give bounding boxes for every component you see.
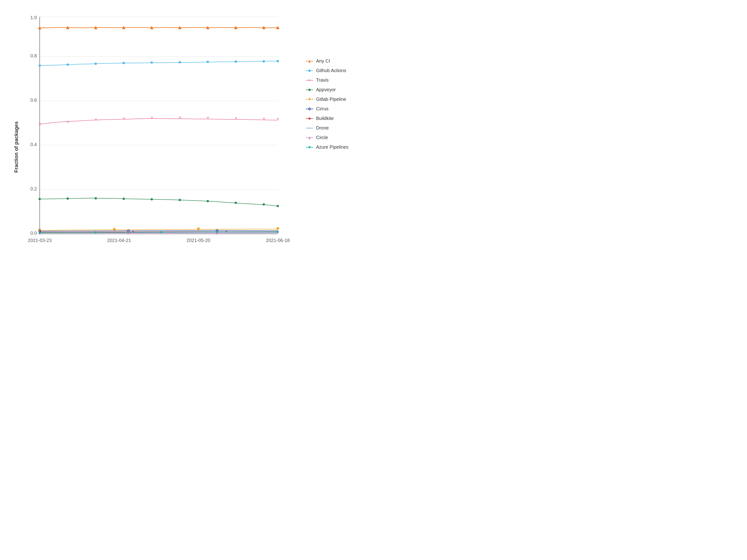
marker-travis-0: ✕	[38, 122, 41, 126]
svg-point-15	[308, 89, 311, 91]
marker-azure-1	[95, 232, 97, 233]
marker-app-4	[151, 198, 153, 201]
legend-marker-appveyor	[306, 88, 313, 92]
svg-rect-21	[309, 117, 310, 119]
marker-ga-1	[67, 63, 69, 66]
legend-item-any-ci: Any CI	[306, 58, 362, 64]
y-tick-02: 0.2	[30, 186, 37, 191]
legend-marker-travis: ✕	[306, 78, 313, 82]
marker-app-0	[38, 198, 41, 200]
x-tick-3: 2021-06-18	[266, 238, 290, 243]
marker-ga-0	[38, 64, 41, 67]
marker-travis-2: ✕	[94, 117, 97, 122]
legend-marker-azure	[306, 145, 313, 149]
marker-app-3	[123, 197, 125, 200]
legend-marker-circle	[306, 136, 313, 139]
svg-point-11	[308, 70, 311, 72]
legend-item-buildkite: Buildkite	[306, 116, 362, 121]
y-tick-06: 0.6	[30, 98, 37, 103]
marker-ga-9	[277, 60, 279, 62]
marker-app-7	[235, 202, 237, 204]
legend-item-appveyor: Appveyor	[306, 87, 362, 92]
marker-ga-3	[123, 62, 125, 64]
legend-marker-cirrus	[306, 107, 313, 111]
marker-app-6	[207, 200, 209, 202]
legend-marker-gitlab	[306, 98, 313, 101]
marker-ga-6	[207, 61, 209, 63]
marker-app-5	[179, 199, 181, 201]
marker-travis-6: ✕	[206, 116, 209, 120]
legend-marker-buildkite	[306, 117, 313, 121]
marker-ga-2	[95, 62, 97, 65]
line-cirrus	[40, 231, 278, 231]
legend-label-github-actions: Github Actions	[316, 68, 346, 73]
legend: Any CI Github Actions ✕	[301, 12, 362, 258]
marker-azure-3	[216, 231, 218, 233]
legend-marker-any-ci	[306, 59, 313, 63]
marker-app-9	[277, 205, 279, 207]
marker-travis-1: ✕	[66, 120, 69, 124]
line-travis	[40, 118, 278, 124]
marker-app-1	[67, 197, 69, 200]
legend-label-travis: Travis	[316, 77, 329, 83]
marker-ga-5	[179, 61, 181, 63]
legend-item-cirrus: Cirrus	[306, 106, 362, 111]
legend-item-gitlab: Gitlab Pipeline	[306, 97, 362, 102]
marker-app-2	[95, 197, 97, 199]
legend-label-azure: Azure Pipelines	[316, 144, 349, 150]
marker-ga-4	[151, 61, 153, 64]
marker-travis-4: ✕	[150, 116, 153, 120]
legend-label-gitlab: Gitlab Pipeline	[316, 97, 346, 102]
x-tick-0: 2021-03-23	[28, 238, 52, 243]
svg-text:✕: ✕	[308, 78, 311, 82]
line-github-actions	[40, 61, 278, 65]
chart-container: Fraction of packages 0.0 0.2	[12, 12, 362, 268]
chart-inner: 0.0 0.2 0.4 0.6 0.8 1.0 2021-03-23 2021-…	[21, 12, 362, 258]
chart-svg: 0.0 0.2 0.4 0.6 0.8 1.0 2021-03-23 2021-…	[21, 12, 301, 258]
legend-marker-drone: +	[306, 126, 313, 130]
legend-marker-github-actions	[306, 69, 313, 73]
marker-travis-9: ✕	[276, 117, 279, 121]
legend-item-travis: ✕ Travis	[306, 77, 362, 83]
line-gitlab	[40, 229, 278, 231]
legend-label-appveyor: Appveyor	[316, 87, 336, 92]
marker-azure-0	[39, 232, 41, 234]
y-axis-label: Fraction of packages	[12, 12, 21, 268]
marker-travis-5: ✕	[178, 115, 181, 119]
line-appveyor	[40, 198, 278, 206]
marker-azure-4	[277, 231, 279, 233]
x-tick-1: 2021-04-21	[107, 238, 131, 243]
y-tick-04: 0.4	[30, 142, 37, 147]
legend-label-any-ci: Any CI	[316, 58, 330, 64]
legend-label-buildkite: Buildkite	[316, 116, 334, 121]
marker-ga-7	[235, 60, 237, 63]
y-tick-10: 1.0	[30, 15, 37, 20]
legend-item-drone: + Drone	[306, 125, 362, 131]
marker-app-8	[263, 203, 265, 206]
legend-item-azure: Azure Pipelines	[306, 144, 362, 150]
marker-travis-7: ✕	[234, 116, 237, 120]
legend-item-github-actions: Github Actions	[306, 68, 362, 73]
legend-label-circle: Circle	[316, 135, 328, 140]
y-tick-0: 0.0	[30, 231, 37, 236]
marker-travis-8: ✕	[262, 117, 265, 121]
legend-label-drone: Drone	[316, 125, 329, 131]
svg-point-27	[309, 146, 310, 148]
chart-svg-area: 0.0 0.2 0.4 0.6 0.8 1.0 2021-03-23 2021-…	[21, 12, 301, 258]
legend-label-cirrus: Cirrus	[316, 106, 329, 111]
y-tick-08: 0.8	[30, 53, 37, 58]
marker-travis-3: ✕	[122, 116, 125, 121]
svg-text:+: +	[309, 126, 310, 130]
marker-azure-2	[160, 231, 162, 233]
marker-ga-8	[263, 60, 265, 62]
legend-item-circle: Circle	[306, 135, 362, 140]
x-tick-2: 2021-05-20	[186, 238, 210, 243]
